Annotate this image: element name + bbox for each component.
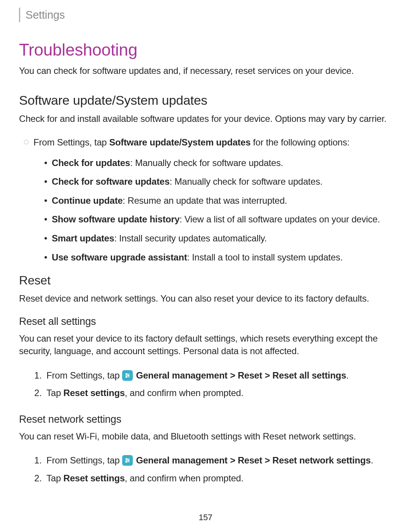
header-label: Settings — [25, 9, 65, 21]
option-rest: : Manually check for software updates. — [130, 158, 283, 168]
reset-heading: Reset — [19, 273, 390, 288]
lead-suffix: for the following options: — [250, 137, 349, 147]
reset-network-step2: Tap Reset settings, and confirm when pro… — [46, 471, 390, 486]
svg-point-5 — [126, 376, 127, 377]
option-rest: : Install security updates automatically… — [114, 233, 267, 243]
step-bold: Reset settings — [64, 473, 125, 483]
option-rest: : Install a tool to install system updat… — [187, 252, 342, 262]
step-rest: , and confirm when prompted. — [125, 473, 244, 483]
option-bold: Smart updates — [52, 233, 114, 243]
reset-all-step2: Tap Reset settings, and confirm when pro… — [46, 386, 390, 400]
option-bold: Show software update history — [52, 214, 180, 224]
general-management-icon — [122, 370, 133, 381]
step-rest: , and confirm when prompted. — [125, 388, 244, 398]
step-bold: Reset settings — [64, 388, 125, 398]
reset-all-steps: From Settings, tap General management > … — [19, 368, 390, 401]
step-prefix: From Settings, tap — [46, 455, 122, 465]
option-bold: Use software upgrade assistant — [52, 252, 187, 262]
step-end: . — [371, 455, 373, 465]
step-path: General management > Reset > Reset netwo… — [134, 455, 371, 465]
reset-all-heading: Reset all settings — [19, 316, 390, 328]
lead-prefix: From Settings, tap — [33, 137, 109, 147]
option-item: Use software upgrade assistant: Install … — [52, 251, 390, 264]
software-update-desc: Check for and install available software… — [19, 112, 390, 125]
page-header: Settings — [19, 8, 390, 22]
option-item: Smart updates: Install security updates … — [52, 232, 390, 245]
page-title: Troubleshooting — [19, 40, 390, 59]
step-end: . — [346, 370, 349, 380]
option-item: Show software update history: View a lis… — [52, 213, 390, 226]
reset-desc: Reset device and network settings. You c… — [19, 292, 390, 305]
svg-point-9 — [126, 459, 127, 460]
step-path: General management > Reset > Reset all s… — [134, 370, 346, 380]
reset-network-step1: From Settings, tap General management > … — [46, 453, 390, 468]
page-number: 157 — [0, 513, 411, 522]
software-update-lead-list: From Settings, tap Software update/Syste… — [19, 136, 390, 264]
software-update-options: Check for updates: Manually check for so… — [33, 157, 390, 264]
svg-point-11 — [126, 461, 127, 462]
option-rest: : Manually check for software updates. — [170, 176, 323, 187]
software-update-heading: Software update/System updates — [19, 93, 390, 108]
reset-network-heading: Reset network settings — [19, 414, 390, 425]
reset-all-step1: From Settings, tap General management > … — [46, 368, 390, 383]
reset-network-steps: From Settings, tap General management > … — [19, 453, 390, 486]
intro-paragraph: You can check for software updates and, … — [19, 65, 390, 77]
step-prefix: Tap — [46, 473, 64, 483]
svg-point-3 — [126, 373, 127, 374]
option-bold: Check for updates — [52, 158, 130, 168]
option-bold: Continue update — [52, 195, 123, 206]
software-update-lead-item: From Settings, tap Software update/Syste… — [33, 136, 390, 264]
lead-bold: Software update/System updates — [109, 137, 250, 147]
header-rule — [19, 8, 20, 22]
option-item: Check for updates: Manually check for so… — [52, 157, 390, 169]
option-rest: : View a list of all software updates on… — [180, 214, 380, 224]
general-management-icon — [122, 455, 133, 466]
step-prefix: Tap — [46, 388, 64, 398]
option-item: Check for software updates: Manually che… — [52, 175, 390, 188]
option-bold: Check for software updates — [52, 176, 170, 187]
svg-point-4 — [128, 375, 129, 376]
reset-all-desc: You can reset your device to its factory… — [19, 332, 390, 358]
step-prefix: From Settings, tap — [46, 370, 122, 380]
option-item: Continue update: Resume an update that w… — [52, 194, 390, 207]
reset-network-desc: You can reset Wi-Fi, mobile data, and Bl… — [19, 430, 390, 443]
option-rest: : Resume an update that was interrupted. — [123, 195, 287, 206]
svg-point-10 — [128, 460, 129, 461]
